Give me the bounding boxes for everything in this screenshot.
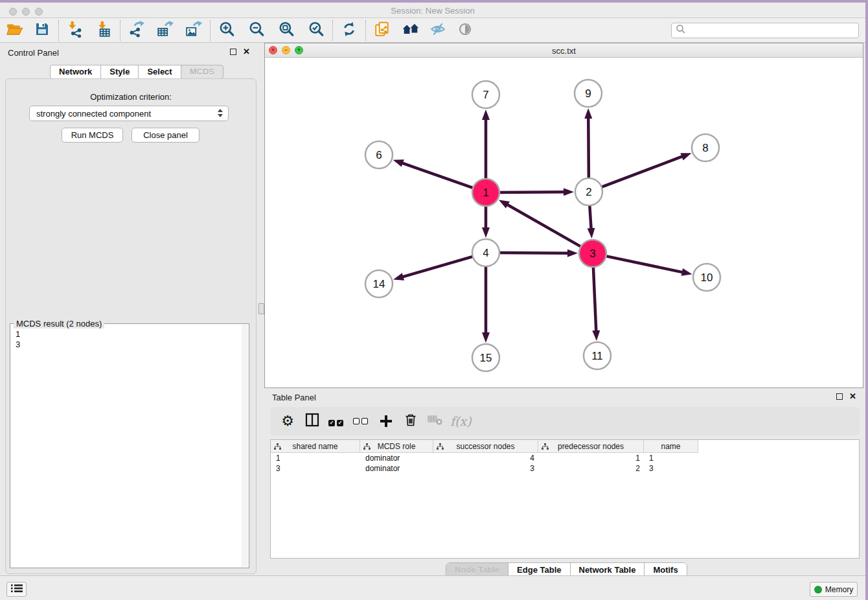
toolbar-separator	[210, 20, 211, 41]
import-network-button[interactable]	[65, 21, 85, 40]
cell-mcds-role[interactable]: dominator	[360, 463, 433, 474]
hide-graphics-button[interactable]	[428, 21, 448, 40]
optimization-criterion-select[interactable]: strongly connected component	[29, 106, 229, 121]
graph-edge[interactable]	[498, 253, 569, 253]
cell-predecessor-nodes[interactable]: 1	[538, 453, 644, 463]
column-header-shared-name[interactable]: shared name	[271, 440, 360, 453]
list-icon	[10, 583, 23, 596]
home-layout-button[interactable]	[401, 21, 420, 40]
eye-contrast-icon	[457, 21, 473, 40]
control-panel-header: Control Panel ✕	[0, 43, 262, 62]
unchecked-boxes-icon	[353, 415, 370, 427]
export-network-button[interactable]	[127, 21, 146, 40]
open-session-button[interactable]	[5, 21, 25, 40]
graph-node-label: 11	[591, 350, 603, 362]
graph-edge[interactable]	[588, 117, 589, 179]
network-canvas[interactable]: 1234678910111415	[265, 58, 863, 388]
graph-edge-arrowhead	[393, 159, 404, 167]
graph-edge[interactable]	[498, 192, 565, 192]
cell-name[interactable]: 3	[644, 463, 698, 474]
unselect-all-columns-button[interactable]	[352, 411, 371, 431]
save-session-button[interactable]	[32, 21, 52, 40]
graph-node-label: 6	[376, 149, 382, 161]
float-panel-icon[interactable]	[230, 49, 236, 55]
gear-icon	[281, 413, 294, 430]
plus-icon	[380, 415, 392, 427]
scrollbar-track[interactable]	[242, 325, 248, 567]
search-input[interactable]	[686, 24, 858, 37]
status-bar: Memory	[0, 575, 865, 600]
tab-style[interactable]: Style	[100, 65, 139, 79]
delete-table-button[interactable]	[426, 411, 445, 431]
vertical-splitter-grip[interactable]	[258, 303, 264, 314]
graph-edge[interactable]	[593, 266, 597, 332]
cell-successor-nodes[interactable]: 4	[433, 453, 538, 463]
fx-icon: f(x)	[450, 414, 472, 428]
tab-motifs[interactable]: Motifs	[644, 563, 686, 577]
folder-open-icon	[6, 21, 23, 40]
zoom-selected-button[interactable]	[306, 21, 326, 40]
delete-table-icon	[427, 413, 444, 430]
cell-shared-name[interactable]: 3	[271, 463, 360, 474]
column-layout-button[interactable]	[303, 411, 322, 431]
memory-label: Memory	[825, 585, 853, 594]
tab-edge-table[interactable]: Edge Table	[508, 563, 569, 577]
export-table-icon	[157, 21, 174, 40]
graph-edge[interactable]	[605, 256, 684, 273]
refresh-button[interactable]	[339, 21, 359, 40]
close-panel-icon[interactable]: ✕	[849, 393, 856, 400]
run-mcds-button[interactable]: Run MCDS	[62, 128, 123, 143]
close-panel-icon[interactable]: ✕	[243, 49, 250, 55]
zoom-out-button[interactable]	[247, 21, 266, 40]
select-all-columns-button[interactable]	[327, 411, 347, 431]
cell-predecessor-nodes[interactable]: 2	[538, 463, 644, 474]
houses-icon	[402, 21, 420, 40]
main-window: Session: New Session	[0, 3, 865, 600]
graph-edge[interactable]	[506, 204, 582, 248]
close-panel-button[interactable]: Close panel	[131, 128, 200, 143]
table-row[interactable]: 3 dominator 3 2 3	[271, 463, 859, 474]
table-panel-header: Table Panel ✕	[264, 388, 865, 406]
graph-edge[interactable]	[600, 156, 684, 188]
cell-mcds-role[interactable]: dominator	[360, 453, 433, 463]
zoom-fit-button[interactable]	[277, 21, 296, 40]
graph-edge[interactable]	[402, 256, 474, 277]
column-header-mcds-role[interactable]: MCDS role	[360, 440, 433, 453]
table-row[interactable]: 1 dominator 4 1 1	[271, 453, 859, 463]
duplicate-network-button[interactable]	[372, 21, 392, 40]
import-table-button[interactable]	[94, 21, 113, 40]
float-panel-icon[interactable]	[836, 393, 843, 400]
table-settings-button[interactable]	[278, 411, 297, 431]
task-history-button[interactable]	[6, 582, 27, 597]
column-header-successor-nodes[interactable]: successor nodes	[433, 440, 538, 453]
graph-edge[interactable]	[401, 163, 474, 189]
delete-column-button[interactable]	[401, 411, 420, 431]
tab-network[interactable]: Network	[50, 65, 101, 79]
zoom-fit-icon	[278, 21, 295, 40]
search-box[interactable]	[671, 23, 859, 38]
memory-button[interactable]: Memory	[810, 582, 858, 597]
mcds-result-text[interactable]: 1 3	[16, 329, 20, 350]
graph-edge-arrowhead	[564, 188, 574, 196]
table-header-row: shared name MCDS role successor nodes pr…	[271, 440, 859, 453]
column-header-name[interactable]: name	[644, 440, 698, 453]
cell-successor-nodes[interactable]: 3	[433, 463, 538, 474]
zoom-in-button[interactable]	[217, 21, 236, 40]
graph-edge-arrowhead	[567, 249, 578, 257]
control-panel-title: Control Panel	[8, 48, 59, 58]
cell-name[interactable]: 1	[644, 453, 698, 463]
show-graphics-button[interactable]	[455, 21, 475, 40]
export-image-button[interactable]	[184, 21, 203, 40]
tab-mcds[interactable]: MCDS	[181, 65, 223, 79]
export-table-button[interactable]	[155, 21, 175, 40]
function-builder-button[interactable]: f(x)	[450, 411, 472, 431]
table-toolbar: f(x)	[270, 407, 860, 435]
graph-node-label: 1	[483, 187, 488, 199]
graph-edge[interactable]	[589, 204, 591, 230]
tab-network-table[interactable]: Network Table	[570, 563, 645, 577]
create-column-button[interactable]	[376, 411, 396, 431]
tab-node-table[interactable]: Node Table	[446, 563, 508, 577]
tab-select[interactable]: Select	[138, 65, 181, 79]
cell-shared-name[interactable]: 1	[271, 453, 360, 463]
column-header-predecessor-nodes[interactable]: predecessor nodes	[538, 440, 644, 453]
